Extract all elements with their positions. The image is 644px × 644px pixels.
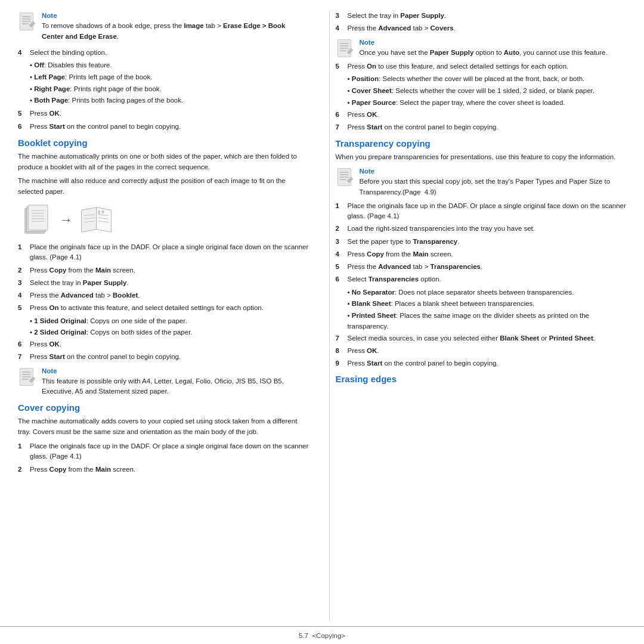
step-content: Select media sources, in case you select… bbox=[348, 333, 627, 343]
note-icon-1 bbox=[18, 12, 37, 31]
booklet-sub-options: 1 Sided Original: Copys on one side of t… bbox=[30, 316, 309, 339]
note-icon-3 bbox=[336, 39, 355, 58]
note-icon-4 bbox=[336, 168, 355, 187]
step-content: Place the originals face up in the DADF.… bbox=[30, 242, 309, 263]
bullet-no-separator: No Separator: Does not place separator s… bbox=[348, 287, 627, 298]
booklet-step-2: 2 Press Copy from the Main screen. bbox=[18, 265, 309, 275]
binding-options: Off: Disables this feature. Left Page: P… bbox=[30, 60, 309, 106]
step-content: Press Start on the control panel to begi… bbox=[348, 358, 627, 369]
right-step-3: 3 Select the tray in Paper Supply. bbox=[336, 11, 627, 21]
note-box-2: Note This feature is possible only with … bbox=[18, 366, 309, 397]
erasing-heading: Erasing edges bbox=[336, 374, 627, 384]
svg-text:9: 9 bbox=[102, 210, 104, 214]
step-content: Set the paper type to Transparency. bbox=[348, 237, 627, 247]
note-text-3: Note Once you have set the Paper Supply … bbox=[360, 38, 608, 58]
step-num: 4 bbox=[18, 48, 26, 58]
booklet-desc2: The machine will also reduce and correct… bbox=[18, 176, 309, 197]
step-content: Select the tray in Paper Supply. bbox=[30, 278, 309, 288]
cover-desc: The machine automatically adds covers to… bbox=[18, 416, 309, 438]
note-text-1: Note To remove shadows of a book edge, p… bbox=[42, 11, 309, 42]
step-content: Press the Advanced tab > Transparencies. bbox=[348, 262, 627, 272]
right-step-5: 5 Press On to use this feature, and sele… bbox=[336, 61, 627, 72]
booklet-desc1: The machine automatically prints on one … bbox=[18, 151, 309, 173]
trans-step-3: 3 Set the paper type to Transparency. bbox=[336, 237, 627, 247]
transparency-sub-options: No Separator: Does not place separator s… bbox=[348, 287, 627, 332]
bullet-right: Right Page: Prints right page of the boo… bbox=[30, 84, 309, 95]
bullet-printed-sheet: Printed Sheet: Places the same image on … bbox=[348, 311, 627, 332]
step-num: 6 bbox=[336, 274, 344, 284]
trans-step-6: 6 Select Transparencies option. bbox=[336, 274, 627, 284]
step-num: 7 bbox=[336, 333, 344, 343]
book-stack-icon bbox=[24, 203, 54, 236]
step-num: 4 bbox=[336, 249, 344, 259]
step-num: 3 bbox=[336, 11, 344, 21]
trans-step-4: 4 Press Copy from the Main screen. bbox=[336, 249, 627, 259]
trans-step-7: 7 Select media sources, in case you sele… bbox=[336, 333, 627, 343]
step-num: 7 bbox=[18, 352, 26, 362]
step-content: Select the tray in Paper Supply. bbox=[348, 11, 627, 21]
cover-sub-options: Position: Selects whether the cover will… bbox=[348, 74, 627, 108]
step-content: Select the binding option. bbox=[30, 48, 309, 58]
trans-step-9: 9 Press Start on the control panel to be… bbox=[336, 358, 627, 369]
trans-step-1: 1 Place the originals face up in the DAD… bbox=[336, 201, 627, 222]
note-title-1: Note bbox=[42, 12, 57, 19]
step-num: 7 bbox=[336, 122, 344, 132]
transparency-heading: Transparency copying bbox=[336, 138, 627, 148]
step-content: Press the Advanced tab > Covers. bbox=[348, 23, 627, 33]
step-content: Place the originals face up in the DADF.… bbox=[348, 201, 627, 222]
step-num: 2 bbox=[18, 265, 26, 275]
transparency-desc: When you prepare transparencies for pres… bbox=[336, 152, 627, 163]
step-content: Press Start on the control panel to begi… bbox=[30, 122, 309, 132]
note-text-2: Note This feature is possible only with … bbox=[42, 366, 309, 397]
note-title-4: Note bbox=[360, 168, 375, 175]
booklet-step-6: 6 Press OK. bbox=[18, 339, 309, 349]
step-num: 3 bbox=[18, 278, 26, 288]
booklet-illustration: → 8 9 bbox=[24, 203, 309, 236]
step-content: Load the right-sized transparencies into… bbox=[348, 224, 627, 234]
booklet-step-1: 1 Place the originals face up in the DAD… bbox=[18, 242, 309, 263]
left-column: Note To remove shadows of a book edge, p… bbox=[18, 11, 315, 621]
step-num: 2 bbox=[18, 465, 26, 475]
step-num: 4 bbox=[336, 23, 344, 33]
footer: 5.7 <Copying> bbox=[0, 626, 644, 644]
booklet-step-4: 4 Press the Advanced tab > Booklet. bbox=[18, 290, 309, 301]
note-box-4: Note Before you start this special copy … bbox=[336, 166, 627, 197]
trans-step-5: 5 Press the Advanced tab > Transparencie… bbox=[336, 262, 627, 272]
trans-step-2: 2 Load the right-sized transparencies in… bbox=[336, 224, 627, 234]
booklet-heading: Booklet copying bbox=[18, 138, 309, 148]
step-content: Press OK. bbox=[30, 109, 309, 119]
step-content: Press Copy from the Main screen. bbox=[30, 465, 309, 475]
cover-step-2: 2 Press Copy from the Main screen. bbox=[18, 465, 309, 475]
cover-heading: Cover copying bbox=[18, 402, 309, 413]
note-box-1: Note To remove shadows of a book edge, p… bbox=[18, 11, 309, 42]
step-num: 5 bbox=[336, 262, 344, 272]
cover-step-1: 1 Place the originals face up in the DAD… bbox=[18, 441, 309, 462]
right-step-6: 6 Press OK. bbox=[336, 110, 627, 120]
note-icon-2 bbox=[18, 367, 37, 386]
open-book-icon: 8 9 bbox=[79, 203, 114, 236]
step-content: Press Start on the control panel to begi… bbox=[348, 122, 627, 132]
step-4-binding: 4 Select the binding option. bbox=[18, 48, 309, 58]
step-num: 3 bbox=[336, 237, 344, 247]
note-title-2: Note bbox=[42, 367, 57, 374]
step-content: Press Copy from the Main screen. bbox=[348, 249, 627, 259]
step-num: 6 bbox=[336, 110, 344, 120]
svg-text:8: 8 bbox=[98, 210, 100, 214]
bullet-2sided: 2 Sided Original: Copys on both sides of… bbox=[30, 327, 309, 338]
booklet-step-3: 3 Select the tray in Paper Supply. bbox=[18, 278, 309, 288]
step-content: Press On to use this feature, and select… bbox=[348, 61, 627, 72]
step-num: 1 bbox=[18, 242, 26, 263]
step-num: 4 bbox=[18, 290, 26, 301]
right-step-4: 4 Press the Advanced tab > Covers. bbox=[336, 23, 627, 33]
step-content: Place the originals face up in the DADF.… bbox=[30, 441, 309, 462]
right-step-7: 7 Press Start on the control panel to be… bbox=[336, 122, 627, 132]
bullet-off: Off: Disables this feature. bbox=[30, 60, 309, 71]
step-num: 1 bbox=[18, 441, 26, 462]
step-content: Press OK. bbox=[30, 339, 309, 349]
right-column: 3 Select the tray in Paper Supply. 4 Pre… bbox=[329, 11, 627, 621]
step-num: 1 bbox=[336, 201, 344, 222]
step-content: Press the Advanced tab > Booklet. bbox=[30, 290, 309, 301]
booklet-step-7: 7 Press Start on the control panel to be… bbox=[18, 352, 309, 362]
step-content: Press Copy from the Main screen. bbox=[30, 265, 309, 275]
note-box-3: Note Once you have set the Paper Supply … bbox=[336, 38, 627, 58]
